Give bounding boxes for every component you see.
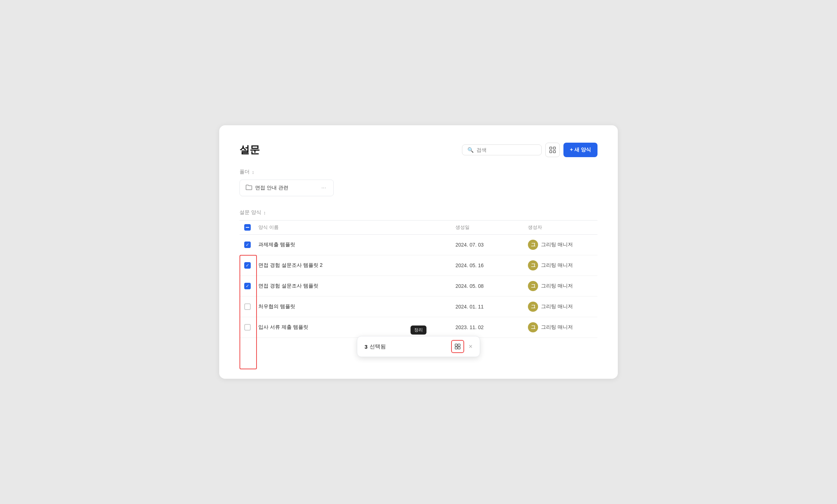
form-creator: 그그리팅 매니저 [525,260,597,270]
bottom-bar-wrapper: 정리 3 선택됨 × [357,326,480,357]
unchecked-checkbox[interactable] [244,324,251,331]
header: 설문 🔍 + 새 양식 [240,143,597,157]
header-checkbox-col[interactable] [240,224,255,231]
col-created-at: 생성일 [453,224,525,231]
col-creator: 생성자 [525,224,597,231]
bottom-bar: 3 선택됨 × [357,336,480,357]
folder-item[interactable]: 면접 안내 관련 ··· [240,180,334,196]
col-name: 양식 이름 [255,224,453,231]
checked-checkbox[interactable] [244,262,251,269]
avatar: 그 [528,260,538,270]
row-checkbox-col[interactable] [240,262,255,269]
unchecked-checkbox[interactable] [244,303,251,310]
row-checkbox-col[interactable] [240,303,255,310]
search-icon: 🔍 [467,147,474,153]
svg-rect-5 [458,344,460,346]
form-name: 면접 경험 설문조사 템플릿 [255,283,453,289]
grid-icon [549,147,556,153]
row-checkbox-col[interactable] [240,242,255,248]
row-checkbox-col[interactable] [240,324,255,331]
avatar: 그 [528,281,538,291]
search-input[interactable] [476,147,536,153]
folder-name: 면접 안내 관련 [255,185,288,191]
search-box[interactable]: 🔍 [462,144,542,155]
svg-rect-3 [553,151,555,153]
folder-more-button[interactable]: ··· [320,185,328,191]
creator-name: 그리팅 매니저 [541,262,573,269]
form-name: 처우협의 템플릿 [255,303,453,310]
move-button[interactable] [451,340,464,353]
new-form-button[interactable]: + 새 양식 [563,143,597,157]
form-date: 2024. 07. 03 [453,242,525,248]
forms-section: 설문 양식 ↕ 양식 이름 생성일 생성자 과제제출 템플릿2024. 07. … [240,209,597,338]
svg-rect-2 [550,151,552,153]
forms-sort-icon[interactable]: ↕ [263,210,266,215]
form-name: 과제제출 템플릿 [255,242,453,248]
avatar: 그 [528,322,538,332]
creator-name: 그리팅 매니저 [541,324,573,331]
table-row: 면접 경험 설문조사 템플릿 22024. 05. 16그그리팅 매니저 [240,255,597,276]
folder-sort-icon[interactable]: ↕ [252,169,254,175]
close-button[interactable]: × [469,343,472,350]
selected-count: 3 선택됨 [365,343,386,350]
creator-name: 그리팅 매니저 [541,242,573,248]
selected-label: 선택됨 [370,343,386,350]
folder-section: 폴더 ↕ 면접 안내 관련 ··· [240,169,597,196]
creator-name: 그리팅 매니저 [541,283,573,289]
table-body: 과제제출 템플릿2024. 07. 03그그리팅 매니저면접 경험 설문조사 템… [240,235,597,338]
selected-count-number: 3 [365,344,367,350]
tooltip-label: 정리 [411,326,426,335]
avatar: 그 [528,302,538,312]
svg-rect-4 [455,344,457,346]
folder-icon [246,184,252,192]
folder-section-label: 폴더 ↕ [240,169,597,175]
view-toggle-button[interactable] [545,143,560,157]
table-row: 처우협의 템플릿2024. 01. 11그그리팅 매니저 [240,297,597,317]
svg-rect-1 [553,147,555,149]
form-date: 2024. 05. 16 [453,262,525,268]
row-checkbox-col[interactable] [240,283,255,289]
page-title: 설문 [240,143,260,157]
forms-section-label: 설문 양식 ↕ [240,209,597,216]
form-creator: 그그리팅 매니저 [525,240,597,250]
form-date: 2024. 01. 11 [453,304,525,310]
table-row: 과제제출 템플릿2024. 07. 03그그리팅 매니저 [240,235,597,255]
avatar: 그 [528,240,538,250]
svg-rect-6 [455,347,457,349]
checked-checkbox[interactable] [244,242,251,248]
form-creator: 그그리팅 매니저 [525,322,597,332]
form-date: 2024. 05. 08 [453,283,525,289]
form-creator: 그그리팅 매니저 [525,281,597,291]
table-row: 면접 경험 설문조사 템플릿2024. 05. 08그그리팅 매니저 [240,276,597,297]
indeterminate-checkbox[interactable] [244,224,251,231]
bar-actions: × [451,340,472,353]
move-icon [454,343,461,350]
header-actions: 🔍 + 새 양식 [462,143,597,157]
table-header: 양식 이름 생성일 생성자 [240,220,597,235]
svg-rect-0 [550,147,552,149]
creator-name: 그리팅 매니저 [541,303,573,310]
svg-rect-7 [458,347,460,349]
main-card: 설문 🔍 + 새 양식 폴더 ↕ [219,125,618,379]
form-name: 면접 경험 설문조사 템플릿 2 [255,262,453,269]
checked-checkbox[interactable] [244,283,251,289]
form-creator: 그그리팅 매니저 [525,302,597,312]
